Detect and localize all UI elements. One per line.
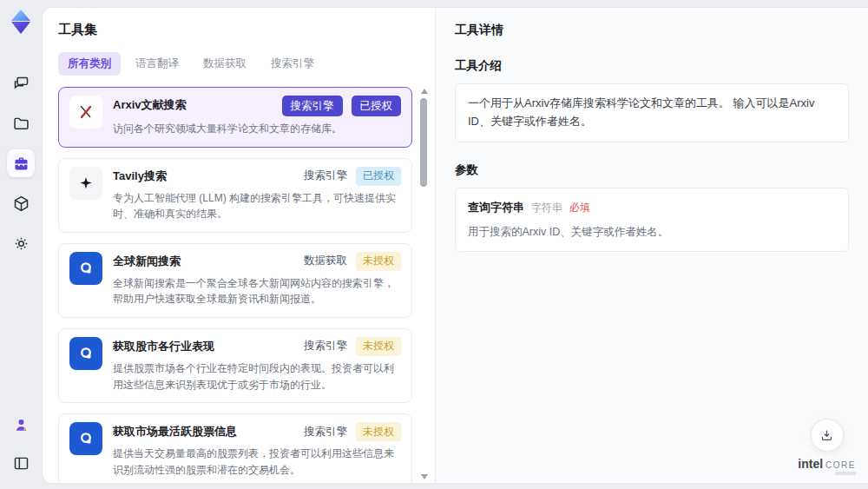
intel-logo-underline [835, 472, 856, 475]
tool-tags: 搜索引擎 已授权 [282, 96, 402, 116]
tool-title: 获取股市各行业表现 [113, 337, 295, 354]
main-surface: 工具集 所有类别 语言翻译 数据获取 搜索引擎 [42, 7, 868, 484]
intro-text: 一个用于从Arxiv存储库搜索科学论文和文章的工具。 输入可以是Arxiv ID… [468, 96, 814, 128]
param-name: 查询字符串 [468, 199, 524, 217]
category-badge: 搜索引擎 [304, 339, 347, 354]
tool-description: 提供当天交易量最高的股票列表，投资者可以利用这些信息来识别流动性强的股票和潜在的… [113, 446, 401, 478]
user-icon[interactable] [7, 411, 35, 439]
status-badge: 未授权 [356, 252, 401, 271]
cube-icon[interactable] [7, 189, 35, 217]
stock-app-icon [69, 337, 102, 370]
tool-list-pane: 工具集 所有类别 语言翻译 数据获取 搜索引擎 [43, 8, 435, 483]
tool-card-sector-performance[interactable]: 获取股市各行业表现 搜索引擎 未授权 提供股票市场各个行业在特定时间段内的表现。… [58, 328, 412, 403]
category-badge: 搜索引擎 [304, 169, 347, 183]
app-logo [8, 9, 34, 35]
toolbox-icon[interactable] [7, 149, 35, 177]
chat-icon[interactable] [7, 69, 35, 97]
status-badge: 已授权 [352, 96, 402, 116]
tool-list-viewport: Arxiv文献搜索 搜索引擎 已授权 访问各个研究领域大量科学论文和文章的存储库… [58, 87, 435, 483]
tool-card-tavily[interactable]: Tavily搜索 搜索引擎 已授权 专为人工智能代理 (LLM) 构建的搜索引擎… [58, 158, 412, 233]
tool-card-global-news[interactable]: 全球新闻搜索 数据获取 未授权 全球新闻搜索是一个聚合全球各大新闻网站内容的搜索… [58, 243, 412, 318]
card-body: Arxiv文献搜索 搜索引擎 已授权 访问各个研究领域大量科学论文和文章的存储库… [113, 96, 401, 137]
sidebar-bottom [7, 411, 35, 477]
tool-detail-pane: 工具详情 工具介绍 一个用于从Arxiv存储库搜索科学论文和文章的工具。 输入可… [435, 8, 868, 483]
tool-tags: 搜索引擎 未授权 [304, 337, 401, 356]
intro-heading: 工具介绍 [455, 58, 849, 74]
tool-card-arxiv[interactable]: Arxiv文献搜索 搜索引擎 已授权 访问各个研究领域大量科学论文和文章的存储库… [58, 87, 412, 148]
tool-description: 专为人工智能代理 (LLM) 构建的搜索引擎工具，可快速提供实时、准确和真实的结… [113, 190, 401, 222]
status-badge: 未授权 [356, 422, 401, 441]
tab-search-engine[interactable]: 搜索引擎 [261, 52, 324, 76]
scrollbar-thumb[interactable] [420, 98, 427, 187]
tool-title: Tavily搜索 [113, 167, 295, 184]
gear-icon[interactable] [7, 229, 35, 257]
param-type: 字符串 [531, 200, 562, 216]
list-scrollbar [418, 87, 430, 481]
folder-icon[interactable] [7, 109, 35, 137]
sidebar-nav [7, 69, 35, 257]
corner-widgets: intel CORE [798, 419, 856, 475]
params-heading: 参数 [455, 162, 849, 178]
tool-tags: 搜索引擎 已授权 [304, 167, 401, 186]
news-app-icon [69, 252, 102, 285]
tab-data-fetch[interactable]: 数据获取 [194, 52, 256, 76]
tool-title: Arxiv文献搜索 [113, 96, 273, 113]
scrollbar-up-arrow-icon[interactable] [421, 89, 428, 94]
tab-language-translation[interactable]: 语言翻译 [126, 52, 188, 76]
tab-all-categories[interactable]: 所有类别 [58, 52, 121, 76]
category-tabs: 所有类别 语言翻译 数据获取 搜索引擎 [58, 52, 435, 76]
card-body: 获取市场最活跃股票信息 搜索引擎 未授权 提供当天交易量最高的股票列表，投资者可… [113, 422, 401, 478]
tool-description: 全球新闻搜索是一个聚合全球各大新闻网站内容的搜索引擎，帮助用户快速获取全球最新资… [113, 275, 401, 307]
sidebar-rail [0, 0, 42, 489]
tool-list: Arxiv文献搜索 搜索引擎 已授权 访问各个研究领域大量科学论文和文章的存储库… [58, 87, 412, 483]
arxiv-logo-icon [69, 96, 102, 129]
category-badge: 搜索引擎 [304, 425, 347, 439]
scrollbar-down-arrow-icon[interactable] [421, 474, 428, 479]
tool-tags: 数据获取 未授权 [304, 252, 401, 271]
card-body: Tavily搜索 搜索引擎 已授权 专为人工智能代理 (LLM) 构建的搜索引擎… [113, 167, 401, 222]
param-description: 用于搜索的Arxiv ID、关键字或作者姓名。 [468, 223, 836, 241]
param-required-badge: 必填 [569, 200, 590, 216]
category-badge: 搜索引擎 [282, 96, 343, 116]
intel-logo-text: intel [798, 457, 823, 471]
page-title: 工具集 [58, 22, 435, 38]
tool-title: 获取市场最活跃股票信息 [113, 422, 295, 439]
panel-toggle-icon[interactable] [7, 449, 35, 477]
tool-title: 全球新闻搜索 [113, 252, 295, 269]
tool-card-most-active-stocks[interactable]: 获取市场最活跃股票信息 搜索引擎 未授权 提供当天交易量最高的股票列表，投资者可… [58, 413, 412, 483]
stock-app-icon [69, 422, 102, 455]
intro-box: 一个用于从Arxiv存储库搜索科学论文和文章的工具。 输入可以是Arxiv ID… [455, 83, 849, 142]
intel-core-logo: intel CORE [798, 457, 856, 475]
tavily-star-icon [69, 167, 102, 200]
tool-description: 访问各个研究领域大量科学论文和文章的存储库。 [113, 121, 401, 137]
tool-tags: 搜索引擎 未授权 [304, 422, 401, 441]
status-badge: 已授权 [356, 167, 401, 186]
tool-description: 提供股票市场各个行业在特定时间段内的表现。投资者可以利用这些信息来识别表现优于或… [113, 360, 401, 393]
detail-title: 工具详情 [455, 23, 849, 38]
category-badge: 数据获取 [304, 254, 347, 268]
card-body: 获取股市各行业表现 搜索引擎 未授权 提供股票市场各个行业在特定时间段内的表现。… [113, 337, 401, 393]
card-body: 全球新闻搜索 数据获取 未授权 全球新闻搜索是一个聚合全球各大新闻网站内容的搜索… [113, 252, 401, 307]
param-box: 查询字符串 字符串 必填 用于搜索的Arxiv ID、关键字或作者姓名。 [455, 188, 849, 253]
core-logo-text: CORE [825, 460, 856, 470]
status-badge: 未授权 [356, 337, 401, 356]
download-button[interactable] [811, 419, 844, 452]
